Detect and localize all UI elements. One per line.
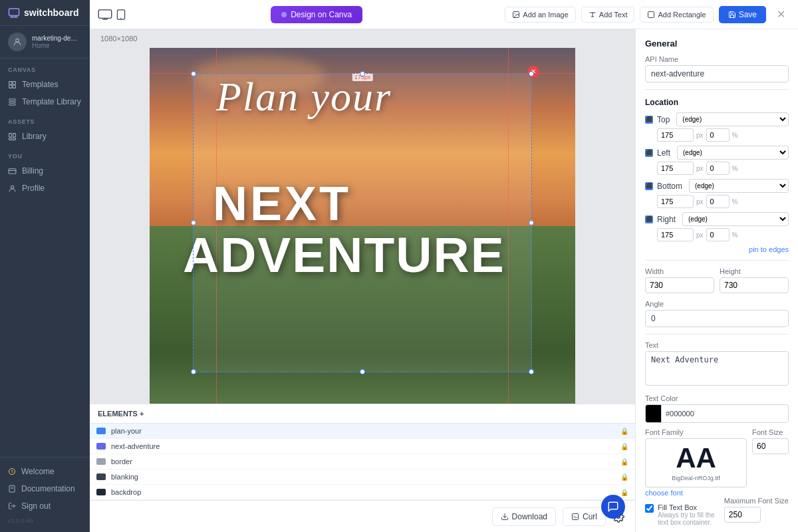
element-name-plan-your: plan-your xyxy=(111,427,615,435)
pin-edges-link[interactable]: pin to edges xyxy=(645,245,789,253)
left-pin: ⬛ xyxy=(645,149,653,157)
sidebar-item-templates[interactable]: Templates xyxy=(0,76,90,93)
fill-textbox-checkbox-row: Fill Text Box Always try to fill the tex… xyxy=(645,503,719,526)
left-pct-input[interactable] xyxy=(706,162,730,175)
download-button[interactable]: Download xyxy=(492,507,556,526)
handle-br[interactable] xyxy=(529,369,534,374)
choose-font-link[interactable]: choose font xyxy=(645,489,789,497)
left-px-input[interactable] xyxy=(657,162,694,175)
color-input-row xyxy=(645,404,789,423)
element-color-plan-your xyxy=(96,428,106,434)
sidebar-item-welcome[interactable]: Welcome xyxy=(0,463,90,480)
element-color-backdrop xyxy=(96,489,106,495)
handle-ml[interactable] xyxy=(191,220,196,225)
element-row-blanking[interactable]: blanking 🔒 xyxy=(90,469,635,485)
sidebar-item-sign-out[interactable]: Sign out xyxy=(0,497,90,515)
right-px-input[interactable] xyxy=(657,228,694,241)
text-label: Text xyxy=(645,341,789,349)
handle-mr[interactable] xyxy=(529,220,534,225)
angle-label: Angle xyxy=(645,300,789,308)
handle-tr[interactable] xyxy=(529,71,534,76)
font-family-label: Font Family xyxy=(645,428,747,436)
sidebar-item-profile[interactable]: Profile xyxy=(0,180,90,197)
right-pct-input[interactable] xyxy=(706,228,730,241)
angle-input[interactable] xyxy=(645,310,789,327)
canvas-viewport[interactable]: 175px 175px 175px Plan your NEXT ADVENTU… xyxy=(90,48,635,404)
rp-section-title: General xyxy=(645,39,789,49)
avatar xyxy=(8,33,27,51)
top-edge-select[interactable]: (edge) xyxy=(676,112,789,126)
fill-textbox-checkbox[interactable] xyxy=(645,504,654,513)
top-px-input[interactable] xyxy=(657,128,694,142)
right-pin: ⬛ xyxy=(645,215,653,223)
sidebar-item-documentation[interactable]: Documentation xyxy=(0,480,90,497)
location-right-row: ⬛ Right (edge) px % xyxy=(645,212,789,241)
sidebar-item-billing[interactable]: Billing xyxy=(0,162,90,180)
sidebar-item-template-library[interactable]: Template Library xyxy=(0,93,90,110)
element-color-blanking xyxy=(96,473,106,480)
max-font-input[interactable] xyxy=(724,507,761,523)
handle-tc[interactable] xyxy=(360,71,365,76)
width-label: Width xyxy=(645,267,714,275)
selection-box[interactable]: ✕ xyxy=(193,73,532,372)
chat-button[interactable] xyxy=(601,495,625,519)
desktop-icon[interactable] xyxy=(98,9,112,20)
main-area: Design on Canva Add an Image Add Text Ad… xyxy=(90,0,798,532)
add-image-button[interactable]: Add an Image xyxy=(505,7,576,23)
element-name-backdrop: backdrop xyxy=(111,488,615,496)
sidebar-item-library[interactable]: Library xyxy=(0,128,90,145)
tablet-icon[interactable] xyxy=(116,9,126,20)
image-icon xyxy=(512,11,520,19)
height-input[interactable] xyxy=(720,277,789,293)
api-name-input[interactable] xyxy=(645,65,789,82)
bottom-edge-select[interactable]: (edge) xyxy=(689,179,789,193)
canvas-image[interactable]: 175px 175px 175px Plan your NEXT ADVENTU… xyxy=(150,48,575,404)
element-row-next-adventure[interactable]: next-adventure 🔒 xyxy=(90,439,635,454)
max-font-col: Maximum Font Size xyxy=(724,497,789,523)
font-row: Font Family AA BigDeal-nROJg.ttf Font Si… xyxy=(645,428,789,487)
assets-section-label: ASSETS xyxy=(0,110,90,128)
user-home: Home xyxy=(32,42,82,49)
sidebar-item-documentation-label: Documentation xyxy=(21,484,75,493)
add-rectangle-button[interactable]: Add Rectangle xyxy=(640,7,713,23)
left-px-unit: px xyxy=(696,165,704,172)
font-preview-box[interactable]: AA BigDeal-nROJg.ttf xyxy=(645,438,747,487)
canvas-area: 1080×1080 175px 175px xyxy=(90,29,635,532)
divider-2 xyxy=(645,260,789,261)
add-text-button[interactable]: Add Text xyxy=(581,7,635,23)
add-image-label: Add an Image xyxy=(523,11,569,19)
bottom-pct-unit: % xyxy=(732,198,738,205)
max-font-label: Maximum Font Size xyxy=(724,497,789,505)
right-edge-select[interactable]: (edge) xyxy=(682,212,789,226)
save-button[interactable]: Save xyxy=(719,6,766,23)
divider-3 xyxy=(645,334,789,334)
font-family-col: Font Family AA BigDeal-nROJg.ttf xyxy=(645,428,747,487)
curl-icon xyxy=(571,513,579,521)
color-swatch[interactable] xyxy=(646,405,662,422)
bottom-pct-input[interactable] xyxy=(706,195,730,208)
canva-dot xyxy=(281,12,287,17)
svg-rect-20 xyxy=(98,9,112,17)
left-edge-select[interactable]: (edge) xyxy=(677,146,789,160)
color-hex-input[interactable] xyxy=(662,407,788,420)
element-row-backdrop[interactable]: backdrop 🔒 xyxy=(90,485,635,500)
width-input[interactable] xyxy=(645,277,714,293)
top-label: Top xyxy=(657,115,670,124)
element-row-plan-your[interactable]: plan-your 🔒 xyxy=(90,424,635,439)
handle-tl[interactable] xyxy=(191,71,196,76)
top-pct-input[interactable] xyxy=(706,128,730,142)
text-textarea[interactable]: Next Adventure xyxy=(645,351,789,386)
font-size-input[interactable] xyxy=(752,438,789,454)
element-row-border[interactable]: border 🔒 xyxy=(90,454,635,469)
bottom-px-input[interactable] xyxy=(657,195,694,208)
sidebar-item-template-library-label: Template Library xyxy=(22,97,81,106)
element-name-border: border xyxy=(111,458,615,466)
close-button[interactable]: ✕ xyxy=(771,5,790,24)
handle-bl[interactable] xyxy=(191,369,196,374)
design-on-canva-button[interactable]: Design on Canva xyxy=(271,6,362,23)
bottom-px-unit: px xyxy=(696,198,704,205)
handle-bc[interactable] xyxy=(360,369,365,374)
curl-button[interactable]: Curl xyxy=(563,507,606,526)
right-pct-unit: % xyxy=(732,231,738,239)
svg-rect-5 xyxy=(13,85,15,88)
